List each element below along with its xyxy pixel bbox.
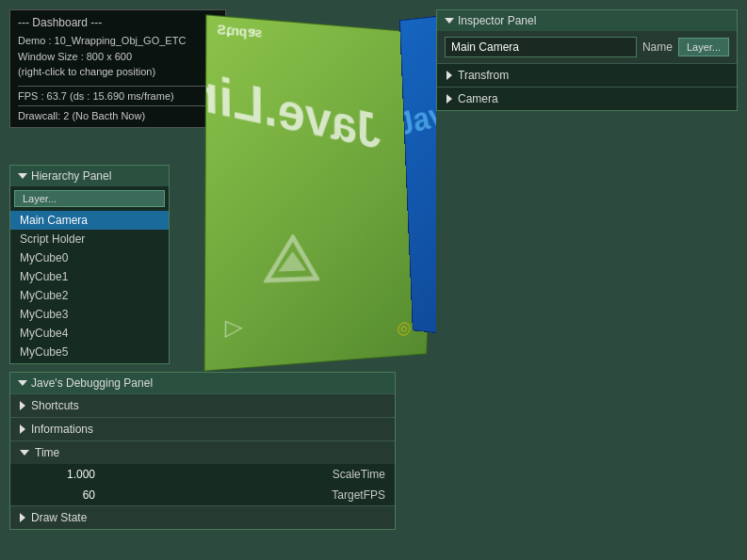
hierarchy-layer-button[interactable]: Layer...	[14, 190, 165, 207]
time-label: Time	[35, 446, 59, 459]
hierarchy-list: Main CameraScript HolderMyCube0MyCube1My…	[10, 209, 169, 363]
inspector-collapse-icon	[445, 18, 454, 24]
debug-panel: Jave's Debugging Panel Shortcuts Informa…	[9, 372, 396, 530]
cube-blue-text: Jave.Lin	[399, 76, 436, 144]
debug-panel-header: Jave's Debugging Panel	[10, 373, 395, 393]
debug-time-header[interactable]: Time	[10, 441, 395, 464]
hierarchy-panel: Hierarchy Panel Layer... Main CameraScri…	[9, 165, 170, 364]
inspector-layer-button[interactable]: Layer...	[678, 38, 729, 56]
debug-informations-header[interactable]: Informations	[10, 418, 395, 440]
hierarchy-list-item[interactable]: MyCube0	[10, 248, 169, 267]
hierarchy-list-item[interactable]: MyCube1	[10, 267, 169, 286]
hierarchy-list-item[interactable]: MyCube5	[10, 343, 169, 361]
shortcuts-collapse-icon	[20, 401, 25, 410]
inspector-title: Inspector Panel	[458, 14, 536, 27]
hierarchy-list-item[interactable]: Main Camera	[10, 211, 169, 230]
inspector-panel-header: Inspector Panel	[437, 10, 737, 31]
inspector-name-label: Name	[642, 40, 673, 54]
hierarchy-list-item[interactable]: MyCube4	[10, 324, 169, 343]
hierarchy-title: Hierarchy Panel	[31, 169, 111, 183]
inspector-name-input[interactable]	[445, 37, 637, 57]
hierarchy-list-item[interactable]: Script Holder	[10, 230, 169, 248]
cube-green-icon2: ◎	[397, 316, 412, 338]
debug-targetfps-value: 60	[20, 488, 95, 502]
debug-targetfps-key: TargetFPS	[332, 488, 385, 502]
debug-section-informations: Informations	[10, 417, 395, 440]
debug-collapse-icon	[18, 380, 27, 386]
debug-scaletime-row: 1.000 ScaleTime	[10, 464, 395, 485]
transfrom-label: Transfrom	[458, 69, 509, 82]
hierarchy-list-item[interactable]: MyCube2	[10, 286, 169, 305]
informations-collapse-icon	[20, 424, 25, 434]
shortcuts-label: Shortcuts	[31, 399, 79, 412]
informations-label: Informations	[31, 423, 93, 436]
debug-targetfps-row: 60 TargetFPS	[10, 485, 395, 505]
debug-section-shortcuts: Shortcuts	[10, 393, 395, 417]
hierarchy-panel-header: Hierarchy Panel	[10, 166, 169, 186]
hierarchy-list-item[interactable]: MyCube3	[10, 305, 169, 324]
inspector-component-camera[interactable]: Camera	[437, 87, 737, 110]
drawstate-label: Draw State	[31, 511, 87, 524]
hierarchy-collapse-icon	[18, 173, 27, 179]
debug-title: Jave's Debugging Panel	[31, 376, 153, 390]
inspector-component-transfrom[interactable]: Transfrom	[437, 63, 737, 87]
cube-green-icon1: ▷	[225, 313, 243, 341]
time-collapse-icon	[20, 450, 29, 456]
inspector-panel: Inspector Panel Name Layer... Transfrom …	[436, 9, 738, 111]
camera-label: Camera	[458, 92, 498, 105]
debug-shortcuts-header[interactable]: Shortcuts	[10, 394, 395, 417]
camera-collapse-icon	[447, 94, 452, 104]
debug-section-time: Time 1.000 ScaleTime 60 TargetFPS	[10, 440, 395, 505]
debug-drawstate-header[interactable]: Draw State	[10, 506, 395, 529]
debug-scaletime-key: ScaleTime	[333, 468, 385, 481]
debug-section-drawstate: Draw State	[10, 505, 395, 529]
unity-logo-green	[264, 234, 320, 292]
transfrom-collapse-icon	[447, 71, 452, 80]
cube-green-top-text: sɐpnʇS	[217, 22, 262, 40]
inspector-name-row: Name Layer...	[437, 31, 737, 63]
cube-green-text: Jave.Lin	[204, 58, 388, 159]
drawstate-collapse-icon	[20, 513, 25, 522]
debug-scaletime-value: 1.000	[20, 468, 95, 481]
